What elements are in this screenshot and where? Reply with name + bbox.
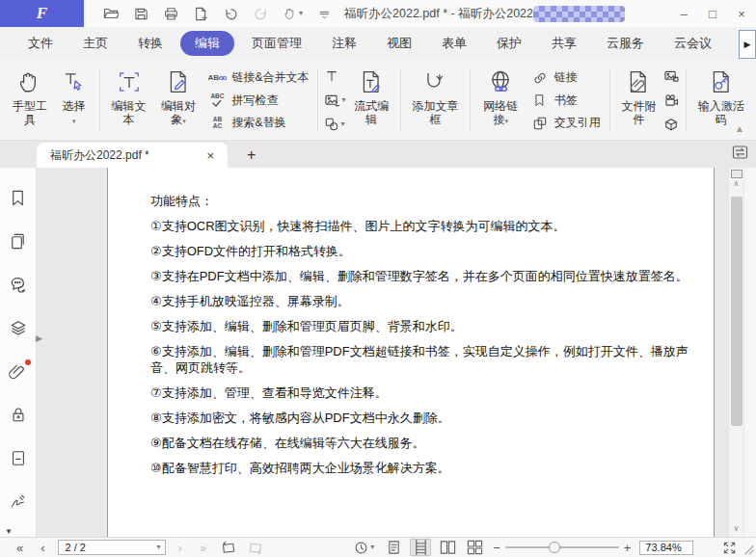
- add-image-button[interactable]: ▾: [325, 93, 345, 108]
- document-page[interactable]: 功能特点：①支持OCR图文识别，快速将扫描件、图片上的文字转换为可编辑的文本。②…: [107, 168, 715, 537]
- web-link-button[interactable]: 网络链接▾: [475, 63, 526, 138]
- expand-panel-handle[interactable]: ▶: [36, 333, 42, 343]
- vertical-scrollbar[interactable]: ∧ ∨: [728, 168, 743, 537]
- menu-item-0[interactable]: 文件: [15, 31, 66, 56]
- scroll-down-arrow-icon[interactable]: ∨: [734, 523, 740, 535]
- continuous-view-button[interactable]: [410, 539, 431, 556]
- ribbon-toolbar: 手型工具 选择▾ 编辑文本 编辑对象▾ AB 链接&合并文本 ABC 拼写检查 …: [0, 60, 756, 141]
- scrollbar-thumb[interactable]: [731, 197, 742, 426]
- search-replace-button[interactable]: ABAC 搜索&替换: [207, 115, 309, 131]
- logo-letter: F: [37, 4, 47, 23]
- document-viewport[interactable]: 功能特点：①支持OCR图文识别，快速将扫描件、图片上的文字转换为可编辑的文本。②…: [37, 168, 728, 537]
- navigation-sidebar: ▶ ▼: [0, 168, 37, 537]
- account-badge[interactable]: [533, 6, 625, 22]
- zoom-in-button[interactable]: +: [619, 541, 636, 555]
- single-page-view-button[interactable]: [383, 539, 404, 556]
- hand-tool-button[interactable]: 手型工具: [6, 63, 54, 138]
- link-merge-text-button[interactable]: AB 链接&合并文本: [207, 69, 309, 86]
- titlebar: F ▾ 福昕办公2022.pdf * - 福昕办公2022 – □ ×: [0, 0, 756, 27]
- tab-close-button[interactable]: ×: [202, 148, 218, 163]
- menu-item-9[interactable]: 共享: [539, 31, 589, 56]
- last-page-button[interactable]: »: [191, 542, 215, 554]
- fullscreen-button[interactable]: [722, 541, 737, 555]
- insert-3d-button[interactable]: [664, 117, 679, 132]
- bookmarks-panel-button[interactable]: [9, 189, 27, 208]
- scrollbar-top-box[interactable]: [731, 170, 742, 178]
- attachments-panel-button[interactable]: [9, 362, 27, 382]
- previous-page-button[interactable]: ‹: [32, 542, 53, 554]
- comments-panel-button[interactable]: [9, 276, 28, 295]
- zoom-slider-handle[interactable]: [549, 542, 560, 553]
- maximize-button[interactable]: □: [698, 0, 727, 27]
- cross-reference-button[interactable]: 交叉引用: [530, 115, 601, 131]
- menu-item-8[interactable]: 保护: [484, 31, 534, 56]
- collapse-toolbar-button[interactable]: ▲: [735, 123, 744, 134]
- print-button[interactable]: [164, 7, 178, 21]
- add-shapes-button[interactable]: ▾: [325, 117, 345, 132]
- facing-continuous-view-button[interactable]: [464, 539, 485, 556]
- menu-item-2[interactable]: 转换: [125, 31, 176, 56]
- security-panel-button[interactable]: [10, 406, 27, 425]
- zoom-out-button[interactable]: −: [488, 541, 505, 555]
- previous-view-button[interactable]: [221, 541, 236, 555]
- add-article-box-button[interactable]: 添加文章框: [406, 63, 465, 138]
- link-icon: [530, 70, 550, 86]
- pages-panel-button[interactable]: [9, 232, 27, 252]
- menu-overflow-button[interactable]: ▶: [739, 30, 756, 59]
- customize-toolbar-button[interactable]: [318, 8, 331, 20]
- menu-item-6[interactable]: 视图: [374, 31, 424, 56]
- zoom-level-input[interactable]: 73.84%: [639, 541, 693, 555]
- edit-text-icon: [117, 66, 142, 97]
- zoom-slider[interactable]: [505, 541, 619, 554]
- undo-button[interactable]: [224, 7, 238, 21]
- insert-video-button[interactable]: [664, 93, 679, 108]
- select-tool-button[interactable]: 选择▾: [54, 63, 94, 138]
- content-area: ▶ ▼ 功能特点：①支持OCR图文识别，快速将扫描件、图片上的文字转换为可编辑的…: [0, 168, 756, 537]
- resize-grip[interactable]: [742, 543, 755, 556]
- menu-item-1[interactable]: 主页: [70, 31, 121, 56]
- edit-text-button[interactable]: 编辑文本: [105, 63, 153, 138]
- save-button[interactable]: [134, 7, 148, 21]
- add-text-button[interactable]: [325, 68, 345, 84]
- signature-panel-button[interactable]: [9, 492, 27, 512]
- more-panels-button[interactable]: ▼: [5, 527, 13, 536]
- menubar: 文件主页转换编辑页面管理注释视图表单保护共享云服务云会议放 ▶: [0, 27, 756, 60]
- new-tab-button[interactable]: +: [241, 146, 261, 168]
- menu-item-3[interactable]: 编辑: [180, 31, 234, 56]
- menu-item-10[interactable]: 云服务: [594, 31, 657, 56]
- bookmark-button[interactable]: 书签: [530, 93, 601, 109]
- edit-object-icon: [166, 66, 191, 97]
- facing-view-button[interactable]: [437, 539, 458, 556]
- edit-object-button[interactable]: 编辑对象▾: [152, 63, 203, 138]
- hand-mode-button[interactable]: ▾: [284, 7, 303, 20]
- menu-item-5[interactable]: 注释: [319, 31, 369, 56]
- next-page-button[interactable]: ›: [170, 542, 191, 554]
- swap-view-button[interactable]: [732, 145, 748, 160]
- scroll-up-arrow-icon[interactable]: ∧: [734, 178, 740, 190]
- layers-panel-button[interactable]: [9, 319, 28, 338]
- page-number-caret-icon: ▾: [157, 544, 161, 551]
- file-attachment-button[interactable]: 文件附件: [615, 63, 663, 138]
- add-image-caret-icon: ▾: [341, 96, 345, 104]
- new-page-icon: [194, 7, 208, 21]
- view-rotate-button[interactable]: ▾: [354, 541, 374, 555]
- menu-item-4[interactable]: 页面管理: [239, 31, 314, 56]
- minimize-button[interactable]: –: [669, 0, 698, 27]
- document-tab[interactable]: 福昕办公2022.pdf * ×: [37, 143, 228, 168]
- app-logo[interactable]: F: [0, 0, 84, 27]
- link-button[interactable]: 链接: [530, 69, 601, 86]
- page-number-input[interactable]: 2 / 2 ▾: [58, 540, 166, 555]
- fields-panel-button[interactable]: [10, 449, 27, 468]
- close-button[interactable]: ×: [727, 0, 756, 27]
- first-page-button[interactable]: «: [8, 542, 32, 554]
- menu-item-7[interactable]: 表单: [429, 31, 479, 56]
- next-view-button[interactable]: [248, 541, 263, 555]
- menu-item-11[interactable]: 云会议: [662, 31, 724, 56]
- new-document-button[interactable]: [194, 7, 208, 21]
- zoom-slider-track[interactable]: [505, 546, 619, 548]
- flow-edit-button[interactable]: 流式编辑: [347, 63, 395, 138]
- spell-check-button[interactable]: ABC 拼写检查: [207, 93, 309, 109]
- redo-button[interactable]: [254, 7, 268, 21]
- open-file-button[interactable]: [103, 6, 119, 21]
- insert-image-button[interactable]: [664, 68, 679, 84]
